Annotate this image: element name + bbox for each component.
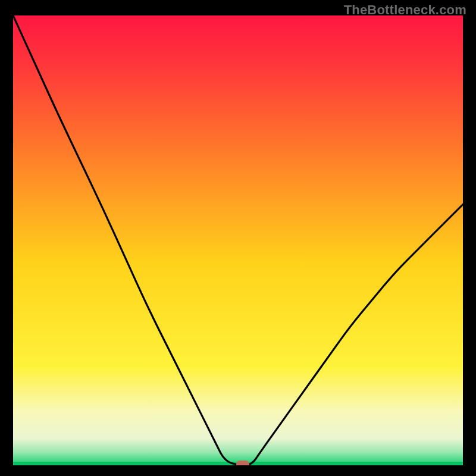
chart-frame: TheBottleneck.com [0, 0, 476, 476]
watermark-text: TheBottleneck.com [344, 2, 466, 18]
gradient-background [13, 15, 463, 465]
optimum-marker [236, 461, 249, 465]
plot-svg [13, 15, 463, 465]
plot-area [13, 15, 463, 465]
